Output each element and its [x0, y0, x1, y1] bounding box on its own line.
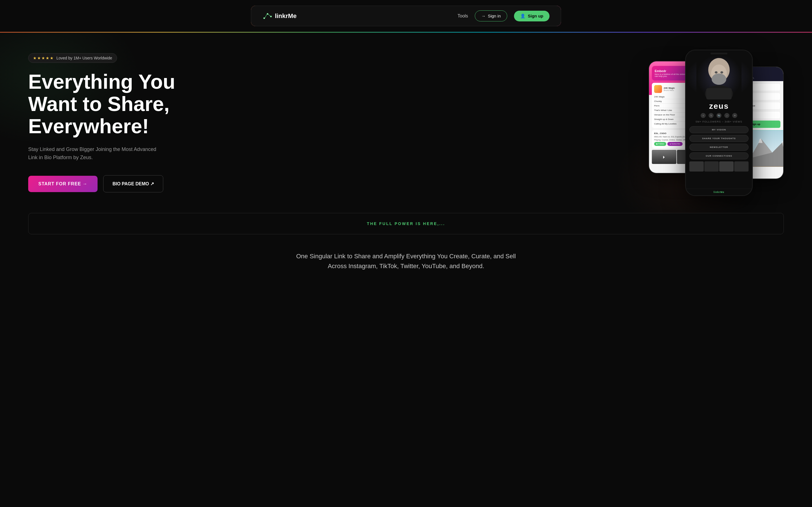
thumbnails-grid [689, 161, 749, 172]
svg-point-7 [264, 18, 265, 18]
zeus-avatar [686, 54, 752, 100]
hero-section: ★★★★★ Loved by 1M+ Users Worldwide Every… [0, 33, 812, 213]
hero-right: Embedr Here is a linktree of all the emb… [192, 50, 784, 196]
thumb-4 [734, 161, 749, 172]
share-thoughts-button[interactable]: SHARE YOUR THOUGHTS [689, 135, 749, 142]
my-vision-button[interactable]: MY VISION [689, 126, 749, 133]
thumb-3 [719, 161, 733, 172]
connections-button[interactable]: OUR CONNECTIONS [689, 152, 749, 159]
navbar: linkrMe Tools → Sign in 👤 Sign up [251, 6, 561, 26]
svg-line-3 [265, 14, 267, 18]
svg-point-12 [715, 71, 718, 73]
stars-badge: ★★★★★ Loved by 1M+ Users Worldwide [28, 53, 117, 63]
svg-point-6 [271, 16, 271, 17]
phone-bottom-logo: linkrMe [714, 191, 725, 193]
zeus-name: zeus [686, 102, 752, 111]
twitter-icon[interactable]: 𝕏 [709, 113, 714, 118]
signin-icon: → [481, 13, 486, 18]
svg-point-11 [712, 73, 726, 85]
start-button[interactable]: START FOR FREE → [28, 176, 98, 192]
bottom-section: One Singular Link to Share and Amplify E… [0, 234, 812, 288]
zeus-stats: 5M+ FOLLOWERS – 34B+ VIEWS [686, 120, 752, 123]
demo-button[interactable]: BIO PAGE DEMO ↗ [103, 175, 163, 192]
power-text: THE FULL POWER IS HERE,... [367, 221, 445, 226]
instagram-icon[interactable]: 📷 [716, 113, 721, 118]
user-plus-icon: 👤 [520, 13, 525, 18]
stars: ★★★★★ [33, 56, 54, 60]
power-banner: THE FULL POWER IS HERE,... [28, 213, 784, 234]
hero-buttons: START FOR FREE → BIO PAGE DEMO ↗ [28, 175, 192, 192]
telegram-icon[interactable]: ✈ [732, 113, 737, 118]
phone-bottom-bar: linkrMe [686, 189, 752, 195]
bottom-text: One Singular Link to Share and Amplify E… [293, 251, 519, 271]
logo-text: linkrMe [275, 12, 297, 20]
hero-title: Everything You Want to Share, Everywhere… [28, 71, 192, 138]
signup-button[interactable]: 👤 Sign up [514, 11, 550, 21]
logo[interactable]: linkrMe [262, 12, 297, 20]
nav-right: Tools → Sign in 👤 Sign up [458, 10, 550, 21]
phone-center: zeus f 𝕏 📷 ♪ ✈ 5M+ FOLLOWERS – 34B+ VIEW… [685, 50, 753, 196]
svg-rect-15 [706, 88, 732, 100]
zeus-portrait-svg [696, 54, 742, 100]
svg-point-5 [267, 13, 268, 14]
tiktok-icon[interactable]: ♪ [724, 113, 729, 118]
hero-subtitle: Stay Linked and Grow Bigger Joining the … [28, 145, 163, 162]
navbar-wrapper: linkrMe Tools → Sign in 👤 Sign up [0, 0, 812, 32]
hero-left: ★★★★★ Loved by 1M+ Users Worldwide Every… [28, 53, 192, 192]
tools-link[interactable]: Tools [458, 13, 468, 18]
zeus-bg [686, 54, 752, 100]
zeus-socials: f 𝕏 📷 ♪ ✈ [686, 113, 752, 118]
svg-line-4 [268, 14, 270, 16]
signin-button[interactable]: → Sign in [475, 10, 507, 21]
badge-text: Loved by 1M+ Users Worldwide [56, 56, 112, 60]
logo-icon [262, 12, 273, 20]
newsletter-button[interactable]: NEWSLETTER [689, 144, 749, 151]
phone-center-screen: zeus f 𝕏 📷 ♪ ✈ 5M+ FOLLOWERS – 34B+ VIEW… [686, 50, 752, 195]
svg-point-13 [720, 71, 723, 73]
phone-container: Embedr Here is a linktree of all the emb… [649, 50, 784, 196]
thumb-1 [689, 161, 704, 172]
facebook-icon[interactable]: f [701, 113, 706, 118]
thumb-2 [704, 161, 719, 172]
